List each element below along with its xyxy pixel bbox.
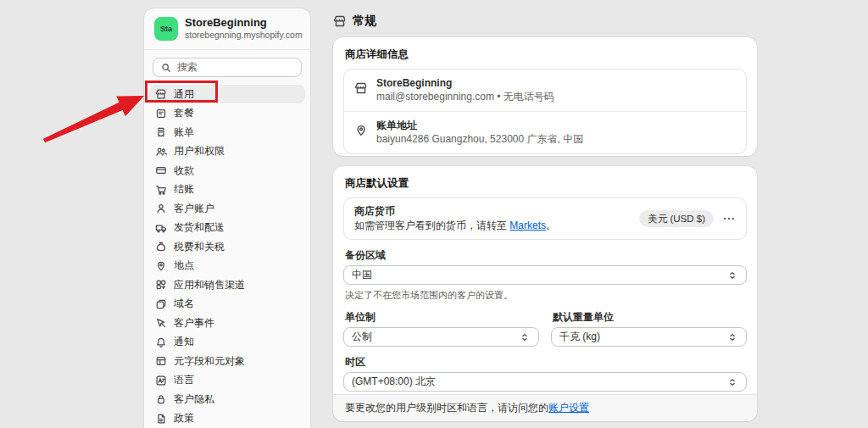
billing-address-row[interactable]: 账单地址 baiyun4286 Guangzhou, 523000 广东省, 中… [344,111,746,153]
currency-desc-prefix: 如需管理客户看到的货币，请转至 [354,220,509,231]
store-profile-row[interactable]: StoreBeginning mail@storebeginning.com •… [344,69,746,111]
sidebar-item-customer-accounts[interactable]: 客户账户 [149,199,305,218]
customer-events-cursor-icon [155,317,167,329]
sidebar-item-checkout[interactable]: 结账 [149,181,305,199]
sidebar-item-locations[interactable]: 地点 [149,257,305,275]
store-details-box: StoreBeginning mail@storebeginning.com •… [343,69,747,154]
store-profile-name: StoreBeginning [376,76,554,90]
sidebar-item-label: 用户和权限 [174,144,225,158]
store-currency-description: 如需管理客户看到的货币，请转至 Markets。 [354,219,556,233]
sidebar-item-label: 结账 [174,182,194,197]
sidebar-item-label: 客户隐私 [174,392,214,407]
card-title: 商店默认设置 [333,166,757,197]
backup-region-label: 备份区域 [345,249,745,262]
sidebar-item-label: 收款 [174,164,194,178]
sidebar-item-taxes[interactable]: 税费和关税 [149,237,305,256]
sidebar-item-languages[interactable]: 语言 [149,371,305,390]
annotation-arrow [34,85,153,153]
sidebar-item-metafields[interactable]: 元字段和元对象 [149,352,305,370]
sidebar-item-label: 客户事件 [174,316,214,331]
timezone-label: 时区 [345,356,745,369]
weight-unit-value: 千克 (kg) [559,330,600,344]
timezone-select[interactable]: (GMT+08:00) 北京 [343,372,747,392]
sidebar-item-apps-channels[interactable]: 应用和销售渠道 [149,275,305,294]
sidebar-item-shipping[interactable]: 发货和配送 [149,219,305,237]
sidebar-item-billing[interactable]: 账单 [149,123,305,142]
payments-icon [155,164,167,176]
sidebar-item-label: 通用 [174,87,194,102]
taxes-bag-icon [155,241,167,253]
domains-icon [155,298,167,310]
shipping-truck-icon [155,222,167,234]
sidebar-item-label: 套餐 [174,106,194,120]
store-currency-label: 商店货币 [354,204,556,219]
checkout-cart-icon [155,184,167,196]
apps-channels-icon [155,279,167,291]
search-placeholder: 搜索 [177,60,198,75]
account-settings-link[interactable]: 账户设置 [548,401,589,415]
billing-address-label: 账单地址 [376,119,583,132]
store-icon [155,88,167,100]
weight-unit-label: 默认重量单位 [553,311,745,324]
settings-sidebar: Sta StoreBeginning storebegnning.myshopi… [144,8,310,428]
backup-region-helper: 决定了不在您市场范围内的客户的设置。 [345,289,745,302]
sidebar-item-customer-events[interactable]: 客户事件 [149,314,305,332]
backup-region-value: 中国 [352,268,372,282]
card-title: 商店详细信息 [333,37,757,69]
store-profile-contact: mail@storebeginning.com • 无电话号码 [376,90,554,103]
location-pin-icon [354,124,368,137]
sidebar-item-policies[interactable]: 政策 [149,409,305,428]
location-pin-icon [155,260,167,272]
sidebar-item-label: 发货和配送 [174,220,225,235]
sidebar-item-label: 语言 [174,373,194,387]
sidebar-item-customer-privacy[interactable]: 客户隐私 [149,390,305,409]
weight-unit-select[interactable]: 千克 (kg) [551,327,747,347]
chevron-updown-icon [519,331,531,343]
billing-address-value: baiyun4286 Guangzhou, 523000 广东省, 中国 [376,132,583,146]
defaults-card-footer: 要更改您的用户级别时区和语言，请访问您的 账户设置 [333,394,757,421]
sidebar-item-notifications[interactable]: 通知 [149,333,305,352]
metafields-icon [155,355,167,367]
unit-system-label: 单位制 [345,311,537,324]
currency-badge: 美元 (USD $) [639,210,714,227]
sidebar-item-label: 客户账户 [174,202,214,216]
store-currency-box: 商店货币 如需管理客户看到的货币，请转至 Markets。 美元 (USD $) [343,197,747,240]
store-domain: storebegnning.myshopify.com [185,30,303,41]
plan-icon [155,108,167,120]
sidebar-item-label: 元字段和元对象 [174,354,245,369]
store-defaults-card: 商店默认设置 商店货币 如需管理客户看到的货币，请转至 Markets。 美元 … [333,166,757,421]
settings-search-input[interactable]: 搜索 [153,58,302,77]
sidebar-item-general[interactable]: 通用 [149,85,305,103]
chevron-updown-icon [726,376,738,388]
timezone-value: (GMT+08:00) 北京 [352,375,436,389]
sidebar-item-domains[interactable]: 域名 [149,295,305,314]
footer-text: 要更改您的用户级别时区和语言，请访问您的 [345,401,548,415]
billing-icon [155,126,167,138]
store-avatar: Sta [154,17,178,41]
policies-doc-icon [155,413,167,425]
sidebar-item-label: 域名 [174,297,194,311]
backup-region-select[interactable]: 中国 [343,265,747,285]
page-header: 常规 [333,14,376,29]
shopify-settings-page: Sta StoreBeginning storebegnning.myshopi… [0,0,868,428]
horizontal-dots-menu-icon[interactable] [722,212,736,225]
store-icon [354,81,368,95]
unit-system-select[interactable]: 公制 [343,327,539,347]
notifications-bell-icon [155,336,167,348]
sidebar-item-users-permissions[interactable]: 用户和权限 [149,142,305,161]
sidebar-item-payments[interactable]: 收款 [149,161,305,180]
sidebar-item-label: 账单 [174,125,194,140]
markets-link[interactable]: Markets [509,220,546,231]
sidebar-item-plan[interactable]: 套餐 [149,104,305,123]
sidebar-item-label: 政策 [174,411,194,425]
chevron-updown-icon [726,270,738,281]
page-title: 常规 [353,14,376,29]
store-details-card: 商店详细信息 StoreBeginning mail@storebeginnin… [333,37,757,156]
sidebar-item-label: 税费和关税 [174,240,225,254]
store-icon [333,14,347,28]
sidebar-item-label: 地点 [174,258,194,273]
store-name: StoreBeginning [185,16,303,30]
search-icon [160,62,172,74]
languages-icon [155,375,167,386]
sidebar-item-label: 应用和销售渠道 [174,278,245,292]
